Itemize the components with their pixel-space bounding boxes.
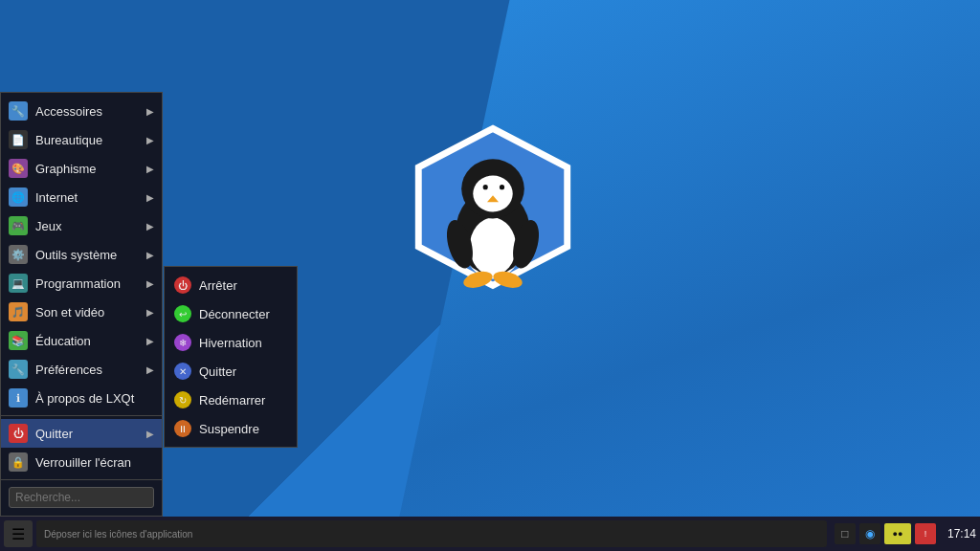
accessoires-label: Accessoires — [35, 104, 102, 119]
tux-logo — [402, 124, 584, 316]
redemarrer-label: Redémarrer — [199, 393, 265, 408]
menu-item-education[interactable]: 📚 Éducation ▶ — [1, 326, 162, 355]
outils-label: Outils système — [35, 248, 117, 262]
apropos-label: À propos de LXQt — [35, 391, 134, 406]
programmation-icon: 💻 — [9, 274, 28, 293]
menu-item-internet[interactable]: 🌐 Internet ▶ — [1, 183, 162, 211]
quitter-sub-icon: ✕ — [174, 363, 191, 380]
tray-icon-1[interactable]: □ — [835, 523, 856, 544]
arrow-icon: ▶ — [146, 278, 154, 289]
quitter-icon: ⏻ — [9, 424, 28, 443]
internet-label: Internet — [35, 190, 78, 205]
tray-icon-2[interactable]: ◉ — [859, 523, 880, 544]
main-menu: 🔧 Accessoires ▶ 📄 Bureautique ▶ 🎨 Graphi… — [0, 92, 163, 517]
arrow-icon: ▶ — [146, 364, 154, 375]
outils-icon: ⚙️ — [9, 245, 28, 264]
menu-item-graphisme[interactable]: 🎨 Graphisme ▶ — [1, 154, 162, 183]
arrow-icon: ▶ — [146, 135, 154, 145]
verrouiller-icon: 🔒 — [9, 452, 28, 472]
verrouiller-label: Verrouiller l'écran — [35, 455, 131, 470]
taskbar: ☰ Déposer ici les icônes d'application □… — [0, 517, 980, 551]
system-tray: □ ◉ ●● ! — [835, 523, 936, 544]
arrow-icon: ▶ — [146, 429, 154, 439]
svg-point-3 — [470, 218, 516, 276]
apropos-icon: ℹ — [9, 388, 28, 408]
taskbar-drop-area: Déposer ici les icônes d'application — [36, 520, 827, 547]
quitter-label: Quitter — [35, 427, 73, 441]
deconnecter-icon: ↩ — [174, 305, 191, 322]
menu-icon: ☰ — [11, 525, 25, 543]
menu-item-son-et-video[interactable]: 🎵 Son et vidéo ▶ — [1, 298, 162, 326]
submenu-quitter-sub[interactable]: ✕ Quitter — [165, 357, 297, 386]
tray-icon-4[interactable]: ! — [915, 523, 936, 544]
son-label: Son et vidéo — [35, 305, 104, 320]
taskbar-right: □ ◉ ●● ! 17:14 — [835, 523, 976, 544]
svg-point-9 — [500, 185, 504, 189]
submenu-deconnecter[interactable]: ↩ Déconnecter — [165, 299, 297, 328]
preferences-icon: 🔧 — [9, 360, 28, 379]
start-button[interactable]: ☰ — [4, 520, 33, 547]
menu-item-outils-systeme[interactable]: ⚙️ Outils système ▶ — [1, 240, 162, 269]
submenu-redemarrer[interactable]: ↻ Redémarrer — [165, 386, 297, 414]
menu-item-preferences[interactable]: 🔧 Préférences ▶ — [1, 355, 162, 384]
arreter-label: Arrêter — [199, 278, 237, 293]
submenu-quitter: ⏻ Arrêter ↩ Déconnecter ❄ Hivernation ✕ … — [164, 266, 298, 448]
svg-point-5 — [473, 176, 512, 212]
arrow-icon: ▶ — [146, 164, 154, 174]
hivernation-icon: ❄ — [174, 334, 191, 351]
menu-item-accessoires[interactable]: 🔧 Accessoires ▶ — [1, 97, 162, 125]
menu-item-quitter[interactable]: ⏻ Quitter ▶ ⏻ Arrêter ↩ Déconnecter ❄ Hi… — [1, 419, 162, 448]
search-input[interactable] — [9, 487, 154, 508]
arrow-icon: ▶ — [146, 336, 154, 346]
menu-item-bureautique[interactable]: 📄 Bureautique ▶ — [1, 125, 162, 154]
arrow-icon: ▶ — [146, 106, 154, 117]
bureautique-icon: 📄 — [9, 130, 28, 149]
menu-item-programmation[interactable]: 💻 Programmation ▶ — [1, 269, 162, 298]
quitter-sub-label: Quitter — [199, 364, 236, 379]
taskbar-clock: 17:14 — [947, 527, 976, 540]
education-label: Éducation — [35, 334, 91, 348]
son-icon: 🎵 — [9, 302, 28, 321]
education-icon: 📚 — [9, 331, 28, 350]
graphisme-icon: 🎨 — [9, 159, 28, 178]
redemarrer-icon: ↻ — [174, 391, 191, 408]
search-container — [1, 483, 162, 512]
jeux-icon: 🎮 — [9, 216, 28, 235]
jeux-label: Jeux — [35, 219, 61, 233]
drop-hint: Déposer ici les icônes d'application — [44, 529, 192, 540]
suspendre-icon: ⏸ — [174, 420, 191, 437]
accessoires-icon: 🔧 — [9, 101, 28, 121]
programmation-label: Programmation — [35, 276, 121, 291]
arreter-icon: ⏻ — [174, 276, 191, 294]
arrow-icon: ▶ — [146, 192, 154, 203]
graphisme-label: Graphisme — [35, 162, 97, 176]
deconnecter-label: Déconnecter — [199, 307, 270, 321]
submenu-suspendre[interactable]: ⏸ Suspendre — [165, 414, 297, 443]
arrow-icon: ▶ — [146, 307, 154, 318]
internet-icon: 🌐 — [9, 187, 28, 207]
submenu-arreter[interactable]: ⏻ Arrêter — [165, 271, 297, 299]
arrow-icon: ▶ — [146, 221, 154, 231]
tray-icon-3[interactable]: ●● — [884, 523, 911, 544]
menu-separator-bottom — [1, 479, 162, 480]
submenu-hivernation[interactable]: ❄ Hivernation — [165, 328, 297, 357]
svg-point-8 — [483, 185, 488, 189]
arrow-icon: ▶ — [146, 250, 154, 260]
menu-item-verrouiller[interactable]: 🔒 Verrouiller l'écran — [1, 448, 162, 476]
hivernation-label: Hivernation — [199, 336, 262, 350]
preferences-label: Préférences — [35, 363, 102, 377]
menu-separator — [1, 415, 162, 416]
menu-item-jeux[interactable]: 🎮 Jeux ▶ — [1, 211, 162, 240]
bureautique-label: Bureautique — [35, 133, 102, 147]
suspendre-label: Suspendre — [199, 422, 259, 436]
menu-item-a-propos[interactable]: ℹ À propos de LXQt — [1, 384, 162, 412]
